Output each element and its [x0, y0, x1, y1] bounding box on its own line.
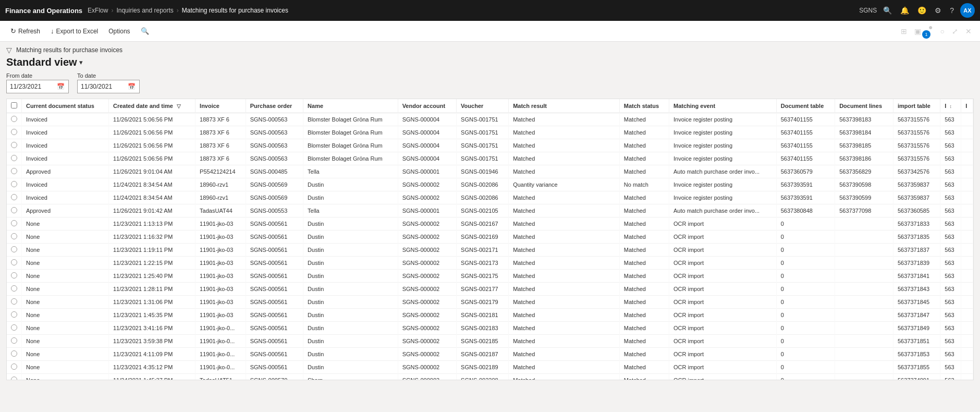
- filter-created-date-icon[interactable]: ▽: [177, 103, 181, 109]
- cell-matching-event: OCR import: [669, 283, 776, 296]
- filter-icon[interactable]: ▽: [6, 46, 12, 54]
- row-radio[interactable]: [11, 337, 17, 344]
- table-row[interactable]: Approved11/26/2021 9:01:42 AMTadasUAT44S…: [7, 204, 973, 217]
- row-radio[interactable]: [11, 324, 17, 331]
- cell-voucher: SGNS-002181: [457, 309, 509, 322]
- table-row[interactable]: None11/23/2021 1:19:11 PM11901-jko-03SGN…: [7, 244, 973, 257]
- refresh-button[interactable]: ↻ Refresh: [6, 25, 44, 37]
- row-select-cell[interactable]: [7, 191, 22, 204]
- select-all-checkbox[interactable]: [11, 102, 17, 108]
- table-row[interactable]: Invoiced11/24/2021 8:34:54 AM18960-rzv1S…: [7, 191, 973, 204]
- table-row[interactable]: None11/23/2021 1:22:15 PM11901-jko-03SGN…: [7, 257, 973, 270]
- table-row[interactable]: None11/23/2021 4:35:12 PM11901-jko-0...S…: [7, 361, 973, 374]
- row-select-cell[interactable]: [7, 113, 22, 126]
- row-select-cell[interactable]: [7, 322, 22, 335]
- options-button[interactable]: Options: [104, 26, 134, 37]
- table-row[interactable]: None11/23/2021 1:16:32 PM11901-jko-03SGN…: [7, 231, 973, 244]
- cell-match-status: Matched: [619, 231, 669, 244]
- row-radio[interactable]: [11, 298, 17, 305]
- sort-i1-icon[interactable]: ↕: [949, 104, 952, 109]
- row-select-cell[interactable]: [7, 178, 22, 191]
- cell-voucher: SGNS-002167: [457, 217, 509, 231]
- row-select-cell[interactable]: [7, 165, 22, 178]
- table-row[interactable]: Invoiced11/26/2021 5:06:56 PM18873 XF 6S…: [7, 152, 973, 165]
- from-date-calendar-icon[interactable]: 📅: [57, 83, 65, 90]
- row-select-cell[interactable]: [7, 270, 22, 283]
- row-select-cell[interactable]: [7, 217, 22, 231]
- row-radio[interactable]: [11, 168, 17, 174]
- settings-icon[interactable]: ⚙: [933, 4, 944, 17]
- cell-current-doc-status: Invoiced: [22, 126, 109, 139]
- col-select-all[interactable]: [7, 99, 22, 113]
- cell-current-doc-status: None: [22, 348, 109, 361]
- table-row[interactable]: None11/23/2021 4:11:09 PM11901-jko-0...S…: [7, 348, 973, 361]
- row-select-cell[interactable]: [7, 139, 22, 152]
- expand-icon[interactable]: ⤢: [950, 25, 960, 38]
- row-select-cell[interactable]: [7, 257, 22, 270]
- row-select-cell[interactable]: [7, 126, 22, 139]
- panel-icon[interactable]: ▣: [912, 25, 923, 38]
- table-row[interactable]: Approved11/26/2021 9:01:04 AMP5542124214…: [7, 165, 973, 178]
- emoji-icon[interactable]: 🙂: [915, 4, 928, 17]
- row-radio[interactable]: [11, 142, 17, 148]
- table-row[interactable]: None11/23/2021 1:45:35 PM11901-jko-03SGN…: [7, 309, 973, 322]
- sgns-label: SGNS: [859, 7, 877, 14]
- table-row[interactable]: Invoiced11/26/2021 5:06:56 PM18873 XF 6S…: [7, 139, 973, 152]
- table-row[interactable]: None11/23/2021 1:31:06 PM11901-jko-03SGN…: [7, 296, 973, 309]
- table-row[interactable]: None11/23/2021 1:28:11 PM11901-jko-03SGN…: [7, 283, 973, 296]
- from-date-input-wrapper[interactable]: 📅: [6, 80, 69, 93]
- export-excel-button[interactable]: ↓ Export to Excel: [46, 25, 102, 37]
- table-row[interactable]: None11/23/2021 3:59:38 PM11901-jko-0...S…: [7, 335, 973, 348]
- row-select-cell[interactable]: [7, 309, 22, 322]
- table-row[interactable]: None11/24/2021 1:45:37 PMTadasUAT51SGNS-…: [7, 374, 973, 381]
- toolbar-search-button[interactable]: 🔍: [137, 25, 153, 37]
- row-radio[interactable]: [11, 363, 17, 370]
- table-row[interactable]: Invoiced11/24/2021 8:34:54 AM18960-rzv1S…: [7, 178, 973, 191]
- row-radio[interactable]: [11, 350, 17, 357]
- table-row[interactable]: Invoiced11/26/2021 5:06:56 PM18873 XF 6S…: [7, 113, 973, 126]
- row-radio[interactable]: [11, 181, 17, 187]
- row-radio[interactable]: [11, 194, 17, 200]
- search-icon[interactable]: 🔍: [881, 4, 894, 17]
- row-radio[interactable]: [11, 129, 17, 135]
- row-select-cell[interactable]: [7, 152, 22, 165]
- user-avatar[interactable]: AX: [960, 3, 975, 18]
- to-date-input[interactable]: [81, 83, 128, 90]
- help-icon[interactable]: ?: [948, 4, 956, 17]
- row-select-cell[interactable]: [7, 204, 22, 217]
- row-select-cell[interactable]: [7, 374, 22, 381]
- row-select-cell[interactable]: [7, 244, 22, 257]
- table-row[interactable]: None11/23/2021 1:13:13 PM11901-jko-03SGN…: [7, 217, 973, 231]
- breadcrumb-inquiries[interactable]: Inquiries and reports: [116, 7, 173, 14]
- row-select-cell[interactable]: [7, 296, 22, 309]
- row-radio[interactable]: [11, 207, 17, 213]
- table-row[interactable]: None11/23/2021 3:41:16 PM11901-jko-0...S…: [7, 322, 973, 335]
- from-date-input[interactable]: [10, 83, 57, 90]
- close-icon[interactable]: ✕: [963, 25, 974, 38]
- row-radio[interactable]: [11, 233, 17, 239]
- col-header-matching-event: Matching event: [669, 99, 776, 113]
- bell-icon[interactable]: 🔔: [898, 4, 911, 17]
- view-dropdown[interactable]: ▾: [79, 58, 83, 66]
- row-select-cell[interactable]: [7, 283, 22, 296]
- row-radio[interactable]: [11, 272, 17, 278]
- row-radio[interactable]: [11, 259, 17, 265]
- breadcrumb-exflow[interactable]: ExFlow: [88, 7, 108, 14]
- to-date-calendar-icon[interactable]: 📅: [128, 83, 136, 90]
- row-select-cell[interactable]: [7, 361, 22, 374]
- row-radio[interactable]: [11, 220, 17, 226]
- row-select-cell[interactable]: [7, 348, 22, 361]
- table-row[interactable]: Invoiced11/26/2021 5:06:56 PM18873 XF 6S…: [7, 126, 973, 139]
- row-select-cell[interactable]: [7, 335, 22, 348]
- row-radio[interactable]: [11, 285, 17, 292]
- table-row[interactable]: None11/23/2021 1:25:40 PM11901-jko-03SGN…: [7, 270, 973, 283]
- row-select-cell[interactable]: [7, 231, 22, 244]
- row-radio[interactable]: [11, 246, 17, 252]
- cell-voucher: SGNS-002086: [457, 178, 509, 191]
- to-date-input-wrapper[interactable]: 📅: [77, 80, 140, 93]
- row-radio[interactable]: [11, 155, 17, 161]
- row-radio[interactable]: [11, 377, 17, 380]
- row-radio[interactable]: [11, 311, 17, 318]
- row-radio[interactable]: [11, 116, 17, 122]
- grid-icon[interactable]: ⊞: [899, 25, 909, 38]
